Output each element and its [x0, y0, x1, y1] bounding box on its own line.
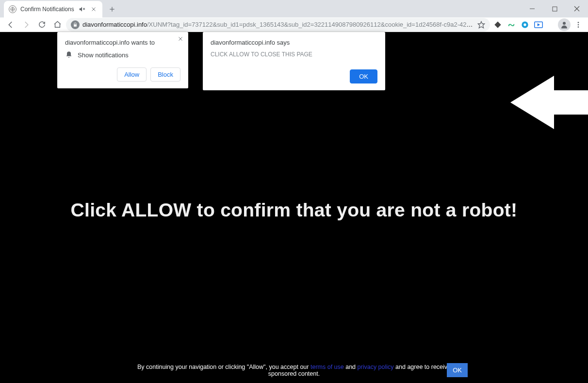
- permission-item: Show notifications: [78, 51, 129, 59]
- svg-point-20: [578, 26, 579, 28]
- extension-icon-2[interactable]: [506, 19, 517, 31]
- extension-icon-3[interactable]: [519, 19, 531, 31]
- address-bar[interactable]: diavonformaticcopi.info/XUNM?tag_id=7371…: [66, 18, 490, 32]
- forward-button[interactable]: [19, 18, 33, 32]
- home-button[interactable]: [50, 18, 64, 32]
- lock-icon: [71, 20, 80, 29]
- bookmark-star-icon[interactable]: [477, 21, 485, 29]
- extension-icon-1[interactable]: [492, 19, 504, 31]
- window-controls: [521, 0, 588, 17]
- close-window-button[interactable]: [566, 1, 588, 16]
- globe-icon: [9, 5, 16, 13]
- svg-point-17: [563, 22, 566, 25]
- minimize-button[interactable]: [521, 1, 543, 16]
- main-message: Click ALLOW to confirm that you are not …: [0, 200, 588, 221]
- kebab-menu-icon[interactable]: [572, 19, 584, 31]
- alert-ok-button[interactable]: OK: [350, 69, 377, 83]
- svg-marker-21: [510, 76, 588, 129]
- permission-title: diavonformaticcopi.info wants to: [65, 39, 180, 46]
- alert-message: CLICK ALLOW TO CLOSE THIS PAGE: [211, 51, 377, 58]
- browser-toolbar: diavonformaticcopi.info/XUNM?tag_id=7371…: [0, 17, 588, 32]
- block-button[interactable]: Block: [150, 67, 180, 82]
- allow-button[interactable]: Allow: [117, 67, 147, 82]
- tab-title: Confirm Notifications: [20, 6, 74, 13]
- bell-icon: [65, 51, 73, 59]
- notification-permission-dialog: diavonformaticcopi.info wants to Show no…: [57, 32, 188, 88]
- privacy-link[interactable]: privacy policy: [358, 364, 394, 370]
- svg-rect-8: [553, 7, 557, 11]
- window-titlebar: Confirm Notifications: [0, 0, 588, 17]
- profile-avatar[interactable]: [558, 18, 571, 31]
- footer-text: By continuing your navigation or clickin…: [0, 364, 588, 377]
- js-alert-dialog: diavonformaticcopi.info says CLICK ALLOW…: [203, 32, 385, 90]
- terms-link[interactable]: terms of use: [310, 364, 344, 370]
- svg-marker-11: [478, 21, 484, 28]
- svg-point-19: [578, 24, 579, 25]
- svg-marker-12: [494, 21, 501, 28]
- url-text: diavonformaticcopi.info/XUNM?tag_id=7371…: [82, 21, 474, 28]
- browser-tab[interactable]: Confirm Notifications: [4, 1, 102, 17]
- svg-marker-16: [538, 23, 540, 26]
- tab-close-icon[interactable]: [90, 5, 98, 13]
- alert-title: diavonformaticcopi.info says: [211, 39, 377, 46]
- svg-point-18: [578, 22, 579, 23]
- svg-point-14: [523, 23, 526, 26]
- reload-button[interactable]: [35, 18, 49, 32]
- footer-ok-button[interactable]: OK: [447, 363, 468, 377]
- new-tab-button[interactable]: [105, 2, 119, 16]
- extension-icon-4[interactable]: [533, 19, 544, 31]
- maximize-button[interactable]: [543, 1, 566, 16]
- mute-icon[interactable]: [78, 5, 86, 13]
- dialog-close-icon[interactable]: [178, 36, 183, 42]
- arrow-graphic: [510, 71, 588, 134]
- back-button[interactable]: [4, 18, 17, 32]
